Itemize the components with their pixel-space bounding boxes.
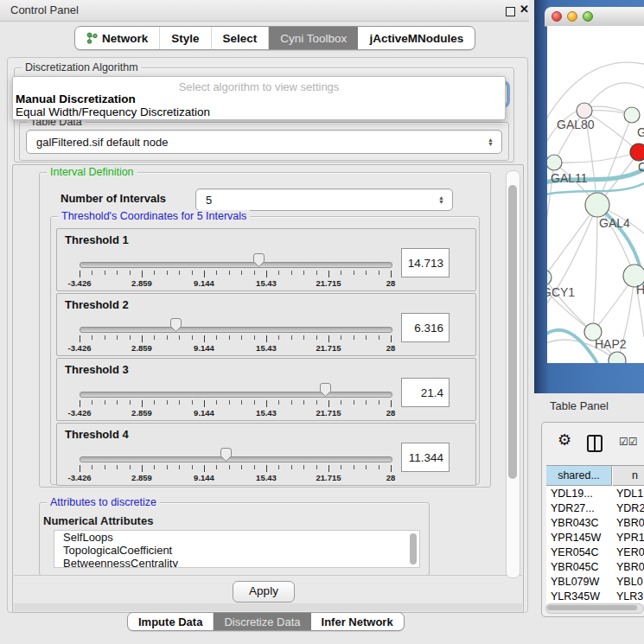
node-label-gal4: GAL4 <box>599 216 630 230</box>
node-gal11[interactable] <box>547 155 562 170</box>
table-horizontal-scrollbar[interactable] <box>545 603 644 614</box>
node-gal80[interactable] <box>577 103 592 118</box>
list-item[interactable]: TopologicalCoefficient <box>54 544 419 557</box>
table-cell: YDL1 <box>616 487 644 501</box>
table-cell: YBR0 <box>616 560 644 575</box>
list-scrollbar[interactable] <box>410 533 417 564</box>
screen: Control Panel ✕ Network Style Select Cyn… <box>0 0 644 644</box>
scale-label: 21.715 <box>316 343 341 353</box>
attributes-group: Attributes to discretize Numerical Attri… <box>39 502 430 576</box>
node-label-gal11: GAL11 <box>551 171 588 185</box>
list-item[interactable]: SelfLoops <box>54 531 419 544</box>
list-item[interactable]: BetweennessCentrality <box>54 557 419 568</box>
node-gcy1[interactable] <box>547 270 552 285</box>
tab-select[interactable]: Select <box>212 27 270 49</box>
scale-label: 15.43 <box>256 343 277 353</box>
tab-impute-data[interactable]: Impute Data <box>128 613 214 630</box>
table-column-shared-name[interactable]: YDL19... YDR27... YBR043C YPR145W YER054… <box>551 487 613 604</box>
tab-cyni-toolbox[interactable]: Cyni Toolbox <box>269 27 358 49</box>
table-cell: YDR2 <box>616 501 644 516</box>
scale-label: 2.859 <box>131 278 152 288</box>
number-of-intervals-spinner[interactable]: 5 ▲▼ <box>195 188 453 211</box>
network-window-titlebar[interactable] <box>545 7 644 27</box>
node-partial-top-right[interactable] <box>624 107 640 123</box>
spinner-arrows-icon: ▲▼ <box>437 195 445 204</box>
tab-select-label: Select <box>223 32 258 45</box>
settings-scrollbar-thumb[interactable] <box>508 185 517 479</box>
table-cell: YPR145W <box>551 531 613 545</box>
numerical-attributes-label: Numerical Attributes <box>43 514 153 527</box>
threshold-3-slider-thumb[interactable] <box>320 383 331 397</box>
minimize-window-icon[interactable] <box>567 11 577 22</box>
table-data-combobox[interactable]: galFiltered.sif default node ▲▼ <box>26 130 502 154</box>
split-columns-icon[interactable] <box>587 435 603 452</box>
column-header-shared-name[interactable]: shared... <box>546 466 612 486</box>
control-panel-titlebar <box>0 0 529 22</box>
threshold-2-panel: Threshold 2 -3.426 2.859 9.144 15.43 21.… <box>56 293 476 356</box>
scale-label: 9.144 <box>194 408 214 418</box>
zoom-window-icon[interactable] <box>583 11 593 22</box>
tab-infer-network-label: Infer Network <box>322 615 393 628</box>
threshold-4-slider-thumb[interactable] <box>220 448 232 462</box>
threshold-1-panel: Threshold 1 -3.426 2.859 9.144 15.43 21.… <box>56 228 476 291</box>
control-panel-title: Control Panel <box>10 3 79 16</box>
scale-label: 28 <box>386 343 396 353</box>
scale-label: 15.43 <box>256 473 277 482</box>
scale-label: 28 <box>386 408 396 418</box>
node-gal4[interactable] <box>585 193 609 217</box>
threshold-4-label: Threshold 4 <box>65 428 129 441</box>
scale-label: -3.426 <box>68 408 92 418</box>
dropdown-prompt: Select algorithm to view settings <box>13 80 505 93</box>
table-cell: YBL079W <box>551 575 613 590</box>
node-label-partial-c: C <box>638 160 644 174</box>
select-columns-icon[interactable]: ☑☑ <box>619 436 638 448</box>
scale-label: 28 <box>386 473 396 482</box>
table-data-value: galFiltered.sif default node <box>27 136 487 149</box>
threshold-2-value-field[interactable]: 6.316 <box>401 313 450 342</box>
close-panel-icon[interactable]: ✕ <box>520 3 529 16</box>
threshold-4-slider-track[interactable] <box>80 456 392 462</box>
close-window-icon[interactable] <box>552 11 562 22</box>
float-panel-icon[interactable] <box>506 7 515 16</box>
discretization-algorithm-group-title: Discretization Algorithm <box>22 61 142 74</box>
node-label-gal80: GAL80 <box>557 118 595 131</box>
threshold-2-slider-thumb[interactable] <box>170 318 182 332</box>
threshold-1-value-field[interactable]: 14.713 <box>401 248 450 277</box>
numerical-attributes-list[interactable]: SelfLoops TopologicalCoefficient Between… <box>54 530 420 568</box>
tab-discretize-data[interactable]: Discretize Data <box>214 613 310 630</box>
network-canvas[interactable]: GAL80 G GAL11 C GAL4 GCY1 H HAP2 <box>547 26 644 363</box>
apply-button[interactable]: Apply <box>233 581 295 603</box>
column-header-name[interactable]: n <box>613 466 644 486</box>
network-graph <box>547 26 644 363</box>
settings-scrollbar[interactable] <box>506 170 520 578</box>
dropdown-option-manual-discretization[interactable]: Manual Discretization <box>15 92 502 105</box>
node-selected-red[interactable] <box>630 143 644 161</box>
tab-jactivemnodules[interactable]: jActiveMNodules <box>358 27 475 49</box>
table-cell: YBR043C <box>551 516 613 531</box>
tab-network[interactable]: Network <box>75 27 160 49</box>
tab-jactivemnodules-label: jActiveMNodules <box>369 32 463 45</box>
scale-label: 9.144 <box>194 278 214 288</box>
tab-style[interactable]: Style <box>160 27 211 49</box>
attributes-group-title: Attributes to discretize <box>47 496 160 509</box>
threshold-1-slider-track[interactable] <box>80 262 392 268</box>
thresholds-group: Threshold's Coordinates for 5 Intervals … <box>50 216 480 485</box>
threshold-2-slider-track[interactable] <box>80 327 392 333</box>
threshold-3-slider-track[interactable] <box>80 392 392 398</box>
number-of-intervals-value: 5 <box>196 194 437 207</box>
threshold-4-value-field[interactable]: 11.344 <box>401 443 450 472</box>
gear-icon[interactable]: ⚙ <box>558 432 571 448</box>
table-cell: YPR1 <box>616 531 644 545</box>
threshold-3-value-field[interactable]: 21.4 <box>401 378 450 407</box>
tab-infer-network[interactable]: Infer Network <box>311 613 404 630</box>
table-panel: ⚙ ☑☑ shared... n YDL19... YDR27... YBR04… <box>541 422 644 617</box>
table-horizontal-scrollbar-thumb[interactable] <box>547 605 637 610</box>
node-label-partial-h: H <box>636 283 644 296</box>
dropdown-option-equal-width[interactable]: Equal Width/Frequency Discretization <box>15 105 502 118</box>
threshold-1-slider-thumb[interactable] <box>253 253 265 267</box>
tab-discretize-data-label: Discretize Data <box>224 615 300 628</box>
table-cell: YLR345W <box>551 590 613 604</box>
table-column-name[interactable]: YDL1 YDR2 YBR0 YPR1 YER0 YBR0 YBL0 YLR3 … <box>616 487 644 604</box>
scale-label: -3.426 <box>68 278 92 288</box>
tab-impute-data-label: Impute Data <box>138 615 202 628</box>
